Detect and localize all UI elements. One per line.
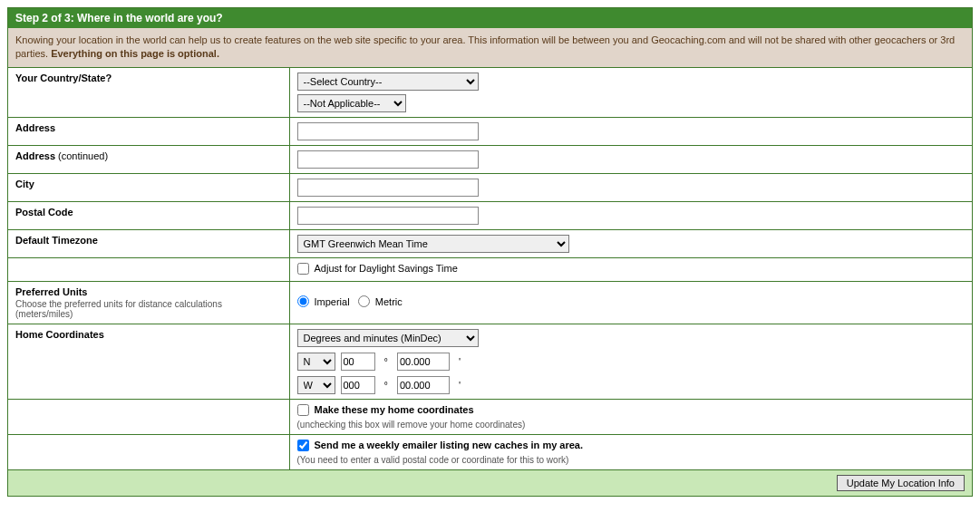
units-metric-radio[interactable]: [358, 295, 370, 307]
dst-checkbox-label[interactable]: Adjust for Daylight Savings Time: [297, 263, 458, 275]
minute-symbol: ': [455, 380, 464, 391]
location-form-panel: Step 2 of 3: Where in the world are you?…: [7, 7, 973, 497]
weekly-hint: (You need to enter a valid postal code o…: [297, 455, 965, 465]
form-table: Your Country/State? --Select Country-- -…: [8, 68, 972, 496]
update-location-button[interactable]: Update My Location Info: [837, 475, 965, 491]
lon-min-input[interactable]: [397, 376, 450, 394]
lat-deg-input[interactable]: [341, 353, 375, 371]
weekly-text: Send me a weekly emailer listing new cac…: [315, 440, 584, 450]
label-units: Preferred Units Choose the preferred uni…: [8, 281, 289, 324]
timezone-select[interactable]: GMT Greenwich Mean Time: [297, 235, 569, 253]
intro-bold: Everything on this page is optional.: [51, 48, 219, 59]
lon-deg-input[interactable]: [341, 376, 375, 394]
make-home-hint: (unchecking this box will remove your ho…: [297, 420, 965, 430]
lat-min-input[interactable]: [397, 353, 450, 371]
degree-symbol: °: [381, 356, 392, 367]
lon-dir-select[interactable]: W: [297, 376, 335, 394]
label-address: Address: [8, 117, 289, 145]
weekly-checkbox[interactable]: [297, 440, 309, 451]
units-metric-label[interactable]: Metric: [358, 295, 403, 307]
minute-symbol: ': [455, 356, 464, 367]
address-input[interactable]: [297, 122, 479, 140]
weekly-checkbox-label[interactable]: Send me a weekly emailer listing new cac…: [297, 440, 584, 451]
label-address2: Address (continued): [8, 145, 289, 173]
label-homecoord: Home Coordinates: [8, 324, 289, 399]
label-postal: Postal Code: [8, 201, 289, 229]
lon-row: W ° ': [297, 376, 965, 394]
units-imperial-label[interactable]: Imperial: [297, 295, 350, 307]
make-home-checkbox[interactable]: [297, 404, 309, 416]
country-select[interactable]: --Select Country--: [297, 72, 479, 91]
panel-intro: Knowing your location in the world can h…: [8, 28, 972, 68]
make-home-text: Make these my home coordinates: [315, 404, 474, 415]
postal-input[interactable]: [297, 207, 479, 225]
lat-dir-select[interactable]: N: [297, 353, 335, 371]
units-imperial-radio[interactable]: [297, 295, 309, 307]
panel-title: Step 2 of 3: Where in the world are you?: [8, 8, 972, 28]
lat-row: N ° ': [297, 353, 965, 371]
label-units-sub: Choose the preferred units for distance …: [15, 299, 282, 319]
label-timezone: Default Timezone: [8, 229, 289, 257]
coord-format-select[interactable]: Degrees and minutes (MinDec): [297, 329, 479, 347]
make-home-checkbox-label[interactable]: Make these my home coordinates: [297, 404, 474, 416]
dst-label-text: Adjust for Daylight Savings Time: [315, 263, 458, 274]
city-input[interactable]: [297, 179, 479, 197]
state-select[interactable]: --Not Applicable--: [297, 94, 406, 112]
label-city: City: [8, 173, 289, 201]
label-country: Your Country/State?: [8, 68, 289, 118]
degree-symbol: °: [381, 380, 392, 391]
address2-input[interactable]: [297, 150, 479, 169]
dst-checkbox[interactable]: [297, 263, 309, 275]
